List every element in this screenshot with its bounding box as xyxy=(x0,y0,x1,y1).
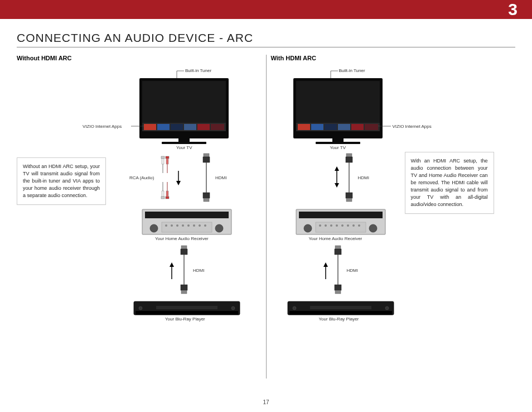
chapter-number: 3 xyxy=(508,0,518,19)
svg-rect-97 xyxy=(335,246,341,249)
label-receiver-r: Your Home Audio Receiver xyxy=(309,236,362,241)
svg-rect-14 xyxy=(142,125,144,127)
svg-point-107 xyxy=(385,306,389,310)
label-tv: Your TV xyxy=(176,145,192,150)
svg-rect-98 xyxy=(335,249,341,255)
svg-rect-16 xyxy=(161,156,165,159)
svg-marker-82 xyxy=(335,166,339,171)
svg-rect-59 xyxy=(156,306,217,309)
info-box-left: Without an HDMI ARC setup, your TV will … xyxy=(17,157,106,205)
svg-rect-51 xyxy=(181,290,187,294)
svg-rect-79 xyxy=(346,198,352,202)
svg-rect-78 xyxy=(346,193,352,198)
svg-rect-50 xyxy=(181,285,187,290)
svg-rect-66 xyxy=(298,124,310,130)
svg-rect-77 xyxy=(346,157,352,162)
svg-point-47 xyxy=(204,224,206,227)
svg-point-46 xyxy=(199,224,201,227)
label-apps: VIZIO Internet Apps xyxy=(83,124,122,129)
svg-point-92 xyxy=(336,224,338,227)
svg-point-37 xyxy=(150,224,158,232)
svg-rect-88 xyxy=(316,222,366,232)
svg-point-58 xyxy=(231,306,235,310)
svg-rect-56 xyxy=(136,311,238,315)
svg-rect-32 xyxy=(203,193,210,198)
svg-rect-17 xyxy=(162,159,164,164)
diagram-left: Built-in Tuner VIZIO Internet Apps Your … xyxy=(17,67,262,380)
label-tuner: Built-in Tuner xyxy=(185,68,211,73)
svg-marker-54 xyxy=(170,262,174,267)
svg-point-106 xyxy=(293,306,296,310)
subheading-left: Without HDMI ARC xyxy=(17,55,262,61)
svg-rect-72 xyxy=(332,138,344,142)
svg-rect-6 xyxy=(144,124,156,130)
svg-point-57 xyxy=(139,306,142,310)
svg-rect-48 xyxy=(181,246,187,249)
svg-rect-68 xyxy=(325,124,337,130)
svg-rect-73 xyxy=(316,142,360,144)
content-area: Without HDMI ARC xyxy=(17,55,515,395)
svg-rect-85 xyxy=(299,212,383,218)
svg-point-43 xyxy=(182,224,184,227)
svg-rect-8 xyxy=(171,124,183,130)
svg-rect-49 xyxy=(181,249,187,255)
svg-point-93 xyxy=(341,224,344,227)
svg-rect-30 xyxy=(204,154,209,157)
svg-rect-18 xyxy=(166,156,169,159)
svg-point-42 xyxy=(176,224,178,227)
svg-rect-13 xyxy=(162,142,206,144)
label-hdmi-top: HDMI xyxy=(215,175,226,180)
svg-point-44 xyxy=(187,224,190,227)
label-hdmi-bottom: HDMI xyxy=(193,268,204,273)
svg-rect-9 xyxy=(184,124,196,130)
svg-rect-26 xyxy=(166,197,169,199)
diagram-right-svg xyxy=(271,67,516,380)
svg-point-45 xyxy=(193,224,195,227)
column-divider xyxy=(266,55,267,379)
svg-rect-74 xyxy=(378,125,380,127)
svg-point-41 xyxy=(171,224,173,227)
svg-rect-27 xyxy=(166,191,168,197)
svg-point-86 xyxy=(304,224,312,232)
svg-rect-33 xyxy=(204,198,209,202)
svg-rect-100 xyxy=(335,290,341,294)
svg-point-95 xyxy=(352,224,355,227)
label-rca: RCA (Audio) xyxy=(129,175,154,180)
svg-rect-25 xyxy=(162,191,164,197)
svg-marker-103 xyxy=(323,262,328,267)
svg-point-89 xyxy=(319,224,321,227)
svg-marker-29 xyxy=(176,181,181,185)
column-with-arc: With HDMI ARC xyxy=(271,55,516,395)
svg-marker-83 xyxy=(335,183,339,188)
svg-rect-11 xyxy=(211,124,224,130)
svg-rect-10 xyxy=(197,124,210,130)
svg-point-90 xyxy=(325,224,327,227)
diagram-right: Built-in Tuner VIZIO Internet Apps Your … xyxy=(271,67,516,380)
page-number: 17 xyxy=(0,399,532,405)
header-red-bar: 3 xyxy=(0,0,532,19)
column-without-arc: Without HDMI ARC xyxy=(17,55,262,395)
svg-rect-36 xyxy=(145,212,229,218)
label-receiver: Your Home Audio Receiver xyxy=(155,236,209,241)
svg-rect-108 xyxy=(310,306,371,309)
svg-rect-39 xyxy=(162,222,212,232)
svg-point-91 xyxy=(330,224,332,227)
svg-rect-31 xyxy=(203,157,210,162)
label-hdmi-bottom-r: HDMI xyxy=(347,268,358,273)
svg-rect-76 xyxy=(346,154,352,157)
label-hdmi-top-r: HDMI xyxy=(358,175,369,180)
subheading-right: With HDMI ARC xyxy=(271,55,516,61)
svg-rect-71 xyxy=(365,124,378,130)
svg-point-94 xyxy=(347,224,349,227)
svg-rect-99 xyxy=(335,285,341,290)
label-bluray-r: Your Blu-Ray Player xyxy=(319,317,359,322)
svg-rect-12 xyxy=(178,138,190,142)
label-bluray: Your Blu-Ray Player xyxy=(165,317,205,322)
svg-rect-105 xyxy=(289,311,392,315)
svg-rect-69 xyxy=(338,124,350,130)
label-tv-r: Your TV xyxy=(330,145,346,150)
svg-rect-24 xyxy=(161,197,165,199)
svg-point-38 xyxy=(215,224,223,232)
label-apps-r: VIZIO Internet Apps xyxy=(393,124,432,129)
info-box-right: With an HDMI ARC setup, the audio connec… xyxy=(405,152,494,214)
